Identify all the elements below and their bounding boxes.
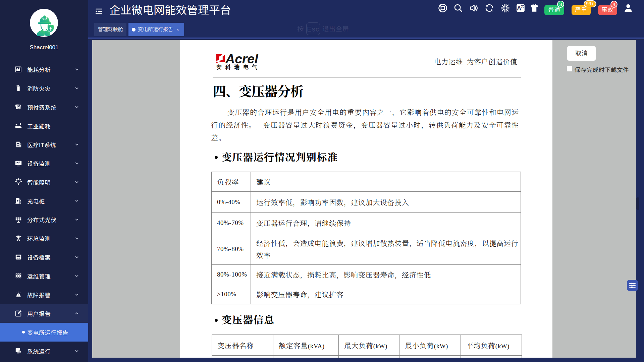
svg-text:文: 文: [521, 4, 524, 9]
